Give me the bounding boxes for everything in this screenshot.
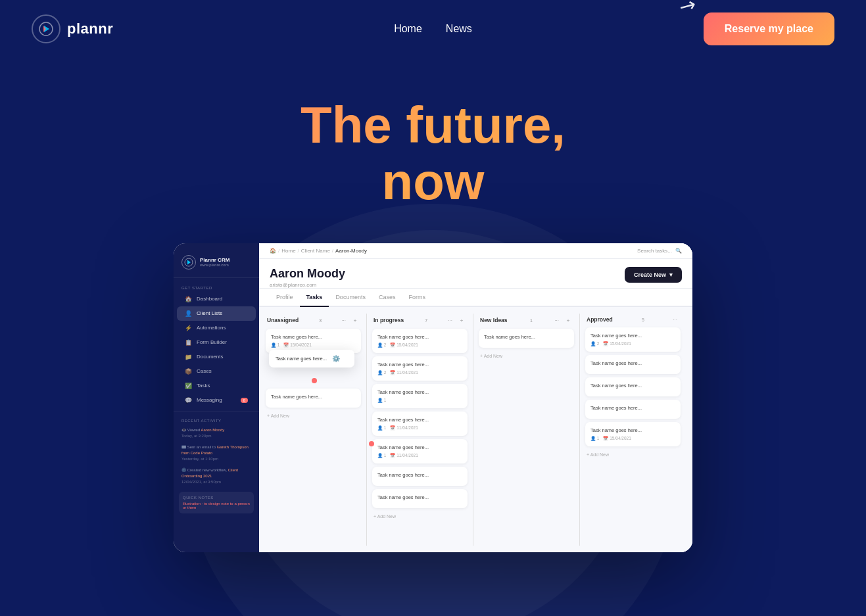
dragging-card-wrapper: Task name goes here... Task name goes he… — [266, 356, 361, 375]
sidebar-activity-1: ✉️ Sent an email to Gareth Thompson from… — [174, 442, 259, 465]
col-separator-3 — [579, 314, 580, 546]
client-header: Aaron Moody aristo@planrco.com Create Ne… — [259, 259, 692, 289]
app-container: Plannr CRM www.plannr.com GET STARTED 🏠 … — [174, 243, 692, 552]
client-lists-icon: 👤 — [185, 310, 192, 317]
table-row[interactable]: Task name goes here... 👤 2 📅 11/04/2021 — [372, 356, 468, 381]
kanban-inprogress-more[interactable]: ··· — [446, 317, 454, 324]
svg-marker-4 — [187, 260, 191, 264]
table-row[interactable]: Task name goes here... 👤 1 📅 11/04/2021 — [372, 412, 468, 436]
search-bar[interactable]: Search tasks... 🔍 — [637, 248, 682, 254]
breadcrumb: 🏠 / Home / Client Name / Aaron-Moody — [270, 248, 367, 254]
logo[interactable]: plannr — [32, 14, 113, 43]
documents-icon: 📁 — [185, 354, 192, 360]
sidebar-brand-url: www.plannr.com — [200, 263, 229, 267]
main-content: 🏠 / Home / Client Name / Aaron-Moody Sea… — [259, 243, 692, 552]
col-separator-1 — [366, 314, 367, 546]
kanban-unassigned-more[interactable]: ··· — [339, 317, 348, 324]
reserve-button[interactable]: Reserve my place — [704, 12, 834, 45]
kanban-approved-more[interactable]: ··· — [671, 316, 679, 323]
kanban-unassigned-add[interactable]: ＋ — [350, 316, 360, 325]
logo-text: plannr — [67, 20, 113, 37]
sidebar-item-dashboard[interactable]: 🏠 Dashboard — [177, 292, 256, 306]
sidebar-brand-icon — [181, 255, 196, 270]
sidebar-item-documents[interactable]: 📁 Documents — [177, 350, 256, 364]
kanban-col-unassigned: Unassigned 3 ··· ＋ Task name goes here..… — [266, 314, 361, 546]
screenshot-section: Plannr CRM www.plannr.com GET STARTED 🏠 … — [0, 243, 866, 552]
decorative-arrow: ↗ — [675, 0, 701, 20]
sidebar-section-label: GET STARTED — [174, 282, 259, 292]
sidebar-item-form-builder[interactable]: 📋 Form Builder — [177, 335, 256, 350]
search-icon[interactable]: 🔍 — [675, 248, 682, 254]
sidebar-item-cases[interactable]: 📦 Cases — [177, 364, 256, 379]
kanban-board: Unassigned 3 ··· ＋ Task name goes here..… — [259, 307, 692, 552]
kanban-newideas-add-new[interactable]: + Add New — [479, 351, 574, 361]
sidebar-item-tasks[interactable]: ✅ Tasks — [177, 379, 256, 393]
hero: The future, now — [0, 58, 866, 230]
tab-tasks[interactable]: Tasks — [300, 289, 329, 307]
sidebar-activity-2: ⚙️ Created new workflow, Client Onboardi… — [174, 465, 259, 488]
table-row[interactable]: Task name goes here... 👤 1 📅 11/04/2021 — [372, 439, 468, 463]
breadcrumb-current: Aaron-Moody — [335, 248, 367, 254]
kanban-col-approved-header: Approved 5 ··· — [585, 314, 681, 327]
kanban-col-approved-actions: ··· — [671, 316, 679, 323]
tab-profile[interactable]: Profile — [270, 289, 300, 307]
messaging-icon: 💬 — [185, 397, 192, 404]
sidebar-brand-name: Plannr CRM — [200, 257, 229, 264]
tab-forms[interactable]: Forms — [402, 289, 432, 307]
table-row[interactable]: Task name goes here... — [585, 355, 681, 374]
breadcrumb-home: Home — [281, 248, 295, 254]
nav-news[interactable]: News — [446, 23, 472, 35]
client-email: aristo@planrco.com — [270, 282, 345, 288]
sidebar-activity-0: 👁️ Viewed Aaron Moody Today, at 3:20pm — [174, 425, 259, 442]
table-row[interactable]: Task name goes here... — [372, 489, 468, 508]
sidebar-item-messaging[interactable]: 💬 Messaging 8 — [177, 393, 256, 408]
kanban-inprogress-add-new[interactable]: + Add New — [372, 511, 468, 521]
hero-title: The future, now — [0, 97, 866, 210]
sidebar-item-client-lists[interactable]: 👤 Client Lists — [177, 306, 256, 321]
sidebar-item-dashboard-label: Dashboard — [197, 296, 222, 302]
sidebar-divider — [174, 412, 259, 412]
kanban-col-newideas-count: 1 — [530, 318, 533, 323]
kanban-unassigned-add-new[interactable]: + Add New — [266, 411, 361, 421]
table-row[interactable]: Task name goes here... — [372, 467, 468, 486]
main-tabs: Profile Tasks Documents Cases Forms — [259, 289, 692, 307]
tasks-icon: ✅ — [185, 383, 192, 389]
table-row[interactable]: Task name goes here... 👤 2 📅 15/04/2021 — [585, 327, 681, 352]
table-row[interactable]: Task name goes here... 👤 1 — [372, 384, 468, 408]
sidebar-item-automations-label: Automations — [197, 325, 226, 331]
table-row[interactable]: Task name goes here... — [585, 377, 681, 396]
sidebar-brand: Plannr CRM www.plannr.com — [174, 250, 259, 278]
kanban-col-approved: Approved 5 ··· Task name goes here... 👤 … — [585, 314, 681, 546]
cases-icon: 📦 — [185, 368, 192, 375]
tab-documents[interactable]: Documents — [329, 289, 372, 307]
table-row[interactable]: Task name goes here... 👤 1 📅 15/04/2021 — [585, 422, 681, 446]
tooltip-card: Task name goes here... ⚙️ — [269, 350, 354, 367]
messaging-badge: 8 — [241, 398, 248, 403]
col-separator-2 — [473, 314, 473, 546]
kanban-col-inprogress-count: 7 — [425, 318, 427, 323]
table-row[interactable]: Task name goes here... — [266, 389, 361, 408]
navbar: plannr Home News ↗ Reserve my place — [0, 0, 866, 58]
kanban-approved-add-new[interactable]: + Add New — [585, 450, 681, 460]
kanban-col-newideas-header: New Ideas 1 ··· ＋ — [479, 314, 574, 329]
table-row[interactable]: Task name goes here... 👤 2 📅 15/04/2021 — [372, 329, 468, 353]
breadcrumb-client: Client Name — [301, 248, 330, 254]
sidebar-item-messaging-label: Messaging — [197, 397, 222, 403]
table-row[interactable]: Task name goes here... — [585, 400, 681, 419]
sidebar-item-documents-label: Documents — [197, 354, 223, 360]
kanban-newideas-more[interactable]: ··· — [552, 317, 561, 324]
kanban-newideas-add[interactable]: ＋ — [564, 316, 573, 325]
sidebar-item-automations[interactable]: ⚡ Automations — [177, 321, 256, 335]
kanban-col-approved-title: Approved — [587, 316, 613, 323]
tooltip-card-title: Task name goes here... — [276, 356, 327, 362]
kanban-col-inprogress: In progress 7 ··· ＋ Task name goes here.… — [372, 314, 468, 546]
kanban-col-newideas-title: New Ideas — [480, 317, 508, 323]
table-row[interactable]: Task name goes here... — [479, 329, 574, 348]
tab-cases[interactable]: Cases — [372, 289, 402, 307]
sidebar-notes-text: illustration - to design note to a perso… — [183, 502, 250, 509]
create-button[interactable]: Create New ▾ — [625, 267, 682, 283]
form-builder-icon: 📋 — [185, 339, 192, 346]
kanban-inprogress-add[interactable]: ＋ — [457, 316, 466, 325]
nav-home[interactable]: Home — [394, 23, 422, 35]
kanban-col-unassigned-actions: ··· ＋ — [339, 316, 360, 325]
